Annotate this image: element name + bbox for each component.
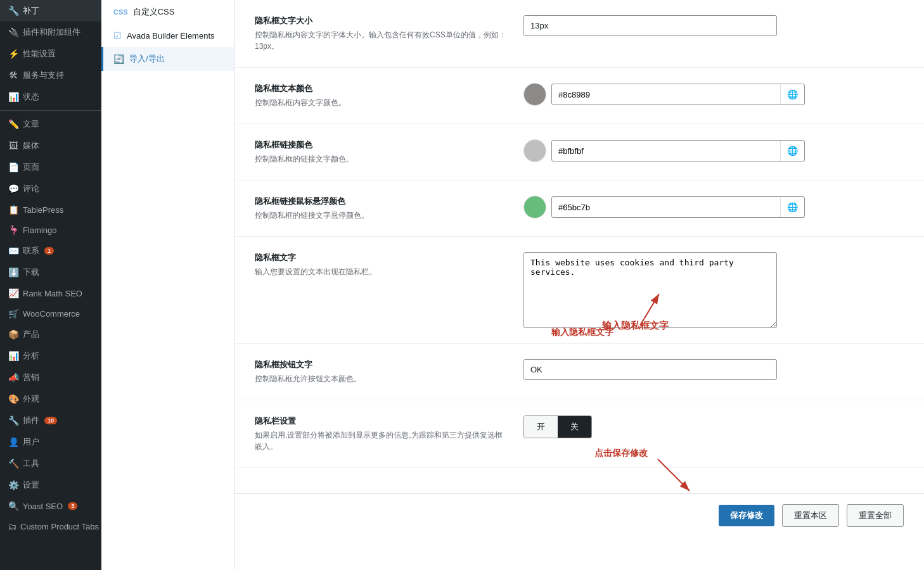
bucheng-icon: 🔧 <box>8 6 19 16</box>
sidebar-item-label: 工具 <box>23 458 39 469</box>
plugins-badge: 10 <box>44 417 57 424</box>
sidebar-item-label: 下载 <box>23 267 39 278</box>
row-label-btn-text: 隐私框按钮文字 <box>255 359 508 370</box>
media-icon: 🖼 <box>8 141 19 151</box>
row-label-link-color: 隐私框链接颜色 <box>255 139 508 151</box>
sidebar-item-label: 外观 <box>23 393 39 405</box>
sidebar-item-label: 插件和附加组件 <box>23 27 80 38</box>
control-col-btn-text <box>523 359 904 380</box>
sidebar-item-label: 联系 <box>23 245 39 256</box>
sidebar-item-bucheng[interactable]: 🔧 补丁 <box>0 0 101 22</box>
sidebar-item-performance[interactable]: ⚡ 性能设置 <box>0 43 101 65</box>
btn-text-input[interactable] <box>523 359 777 380</box>
main-sidebar: 🔧 补丁 🔌 插件和附加组件 ⚡ 性能设置 🛠 服务与支持 📊 状态 ✏️ 文章… <box>0 0 101 570</box>
sidebar-item-label: 服务与支持 <box>23 70 64 81</box>
hover-color-input[interactable] <box>552 198 780 217</box>
text-color-globe-icon[interactable]: 🌐 <box>780 84 804 104</box>
performance-icon: ⚡ <box>8 49 19 59</box>
sidebar-item-posts[interactable]: ✏️ 文章 <box>0 113 101 135</box>
sidebar-item-tools[interactable]: 🔨 工具 <box>0 453 101 474</box>
sidebar-item-flamingo[interactable]: 🦩 Flamingo <box>0 220 101 240</box>
reset-section-button[interactable]: 重置本区 <box>782 504 839 527</box>
sidebar-item-users[interactable]: 👤 用户 <box>0 431 101 453</box>
sidebar-item-label: 设置 <box>23 479 39 491</box>
sidebar-item-custom-product[interactable]: 🗂 Custom Product Tabs <box>0 516 101 536</box>
sidebar-item-appearance[interactable]: 🎨 外观 <box>0 388 101 410</box>
sidebar-item-settings[interactable]: ⚙️ 设置 <box>0 474 101 496</box>
row-desc-privacy-bar: 如果启用,设置部分将被添加到显示更多的信息,为跟踪和第三方提供复选框嵌入。 <box>255 429 508 452</box>
control-col-hover-color: 🌐 <box>523 196 904 218</box>
contact-badge: 1 <box>44 247 54 255</box>
sidebar-item-tablepress[interactable]: 📋 TablePress <box>0 200 101 220</box>
users-icon: 👤 <box>8 437 19 447</box>
link-color-input-wrap: 🌐 <box>551 140 805 162</box>
sidebar-item-rankmath[interactable]: 📈 Rank Math SEO <box>0 283 101 303</box>
row-desc-text-color: 控制隐私框内容文字颜色。 <box>255 97 508 108</box>
row-desc-link-color: 控制隐私框的链接文字颜色。 <box>255 153 508 165</box>
sidebar-item-label: Flamingo <box>23 225 56 235</box>
sidebar-item-analytics[interactable]: 📊 分析 <box>0 345 101 367</box>
sidebar-item-pages[interactable]: 📄 页面 <box>0 156 101 178</box>
sub-sidebar: CSS 自定义CSS ☑ Avada Builder Elements 🔄 导入… <box>101 0 234 570</box>
spacer <box>234 468 924 493</box>
toggle-privacy-bar: 开 关 <box>523 415 592 438</box>
privacy-text-textarea[interactable]: This website uses cookies and third part… <box>523 252 777 328</box>
sidebar-item-marketing[interactable]: 📣 营销 <box>0 367 101 388</box>
hover-color-input-wrap: 🌐 <box>551 196 805 218</box>
settings-row-text-color: 隐私框文本颜色 控制隐私框内容文字颜色。 🌐 <box>234 68 924 124</box>
sidebar-item-comments[interactable]: 💬 评论 <box>0 178 101 200</box>
link-color-input[interactable] <box>552 141 780 161</box>
control-col-link-color: 🌐 <box>523 139 904 162</box>
plugins-menu-icon: 🔧 <box>8 415 19 426</box>
text-color-swatch[interactable] <box>523 83 546 106</box>
sidebar-item-label: 评论 <box>23 183 39 194</box>
sidebar-item-label: WooCommerce <box>23 309 80 319</box>
link-color-globe-icon[interactable]: 🌐 <box>780 141 804 161</box>
sidebar-item-yoastseo[interactable]: 🔍 Yoast SEO 3 <box>0 496 101 516</box>
hover-color-globe-icon[interactable]: 🌐 <box>780 197 804 217</box>
sidebar-item-download[interactable]: ⬇️ 下载 <box>0 262 101 283</box>
font-size-input[interactable] <box>523 15 777 36</box>
reset-all-button[interactable]: 重置全部 <box>847 504 904 527</box>
sub-sidebar-item-import-export[interactable]: 🔄 导入/导出 <box>101 47 234 71</box>
sidebar-item-contact[interactable]: ✉️ 联系 1 <box>0 240 101 262</box>
sidebar-item-products[interactable]: 📦 产品 <box>0 324 101 345</box>
row-label-privacy-bar: 隐私栏设置 <box>255 415 508 427</box>
main-content: 隐私框文字大小 控制隐私框内容文字的字体大小。输入包含任何有效CSS单位的值，例… <box>234 0 924 570</box>
label-col-hover-color: 隐私框链接鼠标悬浮颜色 控制隐私框的链接文字悬停颜色。 <box>255 196 508 221</box>
sidebar-item-service[interactable]: 🛠 服务与支持 <box>0 65 101 86</box>
tools-icon: 🔨 <box>8 459 19 469</box>
sidebar-item-plugins-menu[interactable]: 🔧 插件 10 <box>0 410 101 431</box>
save-button[interactable]: 保存修改 <box>719 505 774 526</box>
sidebar-item-label: 营销 <box>23 372 39 383</box>
text-color-input-wrap: 🌐 <box>551 84 805 105</box>
toggle-off-button[interactable]: 关 <box>558 416 591 438</box>
label-col-link-color: 隐私框链接颜色 控制隐私框的链接文字颜色。 <box>255 139 508 165</box>
row-desc-btn-text: 控制隐私框允许按钮文本颜色。 <box>255 373 508 384</box>
hover-color-swatch[interactable] <box>523 196 546 218</box>
sidebar-item-status[interactable]: 📊 状态 <box>0 86 101 108</box>
settings-row-font-size: 隐私框文字大小 控制隐私框内容文字的字体大小。输入包含任何有效CSS单位的值，例… <box>234 0 924 68</box>
custom-product-icon: 🗂 <box>8 521 16 531</box>
sub-sidebar-label: 导入/导出 <box>129 53 165 65</box>
link-color-swatch[interactable] <box>523 139 546 162</box>
label-col-font-size: 隐私框文字大小 控制隐私框内容文字的字体大小。输入包含任何有效CSS单位的值，例… <box>255 15 508 52</box>
svg-text:输入隐私框文字: 输入隐私框文字 <box>551 327 613 337</box>
row-desc-font-size: 控制隐私框内容文字的字体大小。输入包含任何有效CSS单位的值，例如：13px。 <box>255 29 508 52</box>
sidebar-item-woocommerce[interactable]: 🛒 WooCommerce <box>0 303 101 324</box>
control-col-font-size <box>523 15 904 36</box>
control-col-privacy-text: This website uses cookies and third part… <box>523 252 904 328</box>
service-icon: 🛠 <box>8 70 19 80</box>
text-color-input[interactable] <box>552 85 780 104</box>
sidebar-item-label: Yoast SEO <box>23 502 63 511</box>
sidebar-item-media[interactable]: 🖼 媒体 <box>0 135 101 156</box>
status-icon: 📊 <box>8 92 19 102</box>
sub-sidebar-item-avada[interactable]: ☑ Avada Builder Elements <box>101 24 234 47</box>
sub-sidebar-item-custom-css[interactable]: CSS 自定义CSS <box>101 0 234 24</box>
control-col-privacy-bar: 开 关 <box>523 415 904 438</box>
products-icon: 📦 <box>8 329 19 339</box>
yoast-icon: 🔍 <box>8 501 19 511</box>
row-label-privacy-text: 隐私框文字 <box>255 252 508 263</box>
toggle-on-button[interactable]: 开 <box>524 416 558 438</box>
sidebar-item-plugins-addons[interactable]: 🔌 插件和附加组件 <box>0 22 101 43</box>
